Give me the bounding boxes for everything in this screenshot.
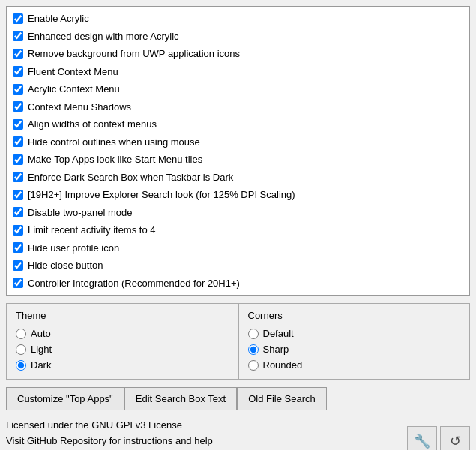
radio-corners-rounded[interactable] bbox=[248, 360, 259, 370]
checkbox-item-enforce-dark[interactable]: Enforce Dark Search Box when Taskbar is … bbox=[13, 169, 463, 187]
wrench-button[interactable]: 🔧 bbox=[407, 426, 437, 450]
checkbox-label-context-shadows: Context Menu Shadows bbox=[28, 100, 131, 115]
options-row: Theme AutoLightDark Corners DefaultSharp… bbox=[6, 303, 470, 380]
radio-label-theme-dark: Dark bbox=[31, 359, 51, 370]
checkbox-label-controller-integration: Controller Integration (Recommended for … bbox=[28, 276, 240, 291]
checkbox-item-hide-close[interactable]: Hide close button bbox=[13, 256, 463, 274]
radio-item-corners-default[interactable]: Default bbox=[248, 326, 461, 341]
checkbox-item-fluent-context[interactable]: Fluent Context Menu bbox=[13, 63, 463, 81]
radio-theme-auto[interactable] bbox=[16, 328, 26, 339]
checkbox-item-hide-outlines[interactable]: Hide control outlines when using mouse bbox=[13, 134, 463, 152]
corners-title: Corners bbox=[248, 310, 461, 321]
checkbox-label-remove-background: Remove background from UWP application i… bbox=[28, 46, 240, 62]
radio-corners-sharp[interactable] bbox=[248, 344, 259, 355]
corners-group: Corners DefaultSharpRounded bbox=[238, 303, 471, 380]
checkbox-align-widths[interactable] bbox=[13, 119, 23, 130]
checkbox-label-align-widths: Align widths of context menus bbox=[28, 117, 157, 132]
checkbox-label-hide-user-profile: Hide user profile icon bbox=[28, 241, 119, 256]
radio-label-corners-rounded: Rounded bbox=[263, 359, 303, 370]
footer-line2: Visit GitHub Repository for instructions… bbox=[6, 435, 213, 446]
checkbox-item-enhanced-design[interactable]: Enhanced design with more Acrylic bbox=[13, 28, 463, 46]
checkbox-enforce-dark[interactable] bbox=[13, 172, 23, 182]
footer-text: Licensed under the GNU GPLv3 License Vis… bbox=[6, 418, 213, 450]
checkbox-limit-recent[interactable] bbox=[13, 225, 23, 236]
checkbox-label-limit-recent: Limit recent activity items to 4 bbox=[28, 223, 156, 238]
checkbox-item-19h2-improve[interactable]: [19H2+] Improve Explorer Search look (fo… bbox=[13, 186, 463, 204]
customize-button[interactable]: Customize "Top Apps" bbox=[6, 387, 124, 410]
checkbox-label-enable-acrylic: Enable Acrylic bbox=[28, 11, 89, 26]
checkbox-item-enable-acrylic[interactable]: Enable Acrylic bbox=[13, 10, 463, 28]
footer-line1: Licensed under the GNU GPLv3 License bbox=[6, 419, 182, 430]
checkbox-label-hide-close: Hide close button bbox=[28, 258, 103, 273]
radio-item-corners-rounded[interactable]: Rounded bbox=[248, 357, 461, 373]
checkbox-label-hide-outlines: Hide control outlines when using mouse bbox=[28, 135, 200, 150]
checkbox-item-top-apps-tiles[interactable]: Make Top Apps look like Start Menu tiles bbox=[13, 151, 463, 169]
checkbox-item-limit-recent[interactable]: Limit recent activity items to 4 bbox=[13, 221, 463, 239]
footer: Licensed under the GNU GPLv3 License Vis… bbox=[6, 418, 470, 450]
radio-corners-default[interactable] bbox=[248, 328, 259, 339]
refresh-button[interactable]: ↺ bbox=[440, 426, 470, 450]
checkbox-19h2-improve[interactable] bbox=[13, 190, 23, 200]
checkbox-acrylic-context[interactable] bbox=[13, 84, 23, 94]
checkbox-item-controller-integration[interactable]: Controller Integration (Recommended for … bbox=[13, 274, 463, 292]
radio-item-corners-sharp[interactable]: Sharp bbox=[248, 341, 461, 357]
checkbox-enhanced-design[interactable] bbox=[13, 31, 23, 41]
checkbox-label-19h2-improve: [19H2+] Improve Explorer Search look (fo… bbox=[28, 188, 295, 202]
checkbox-controller-integration[interactable] bbox=[13, 278, 23, 288]
checkbox-item-disable-two-panel[interactable]: Disable two-panel mode bbox=[13, 204, 463, 222]
radio-item-theme-auto[interactable]: Auto bbox=[16, 326, 229, 341]
radio-item-theme-light[interactable]: Light bbox=[16, 341, 229, 357]
checkbox-item-context-shadows[interactable]: Context Menu Shadows bbox=[13, 98, 463, 116]
checkbox-disable-two-panel[interactable] bbox=[13, 207, 23, 218]
checkbox-fluent-context[interactable] bbox=[13, 66, 23, 76]
footer-icons: 🔧 ↺ bbox=[407, 426, 470, 450]
checkbox-remove-background[interactable] bbox=[13, 49, 23, 59]
radio-label-theme-auto: Auto bbox=[31, 328, 51, 339]
checkbox-hide-user-profile[interactable] bbox=[13, 242, 23, 253]
checkbox-item-acrylic-context[interactable]: Acrylic Context Menu bbox=[13, 80, 463, 98]
radio-theme-dark[interactable] bbox=[16, 360, 26, 370]
radio-label-corners-default: Default bbox=[263, 328, 294, 339]
checkbox-context-shadows[interactable] bbox=[13, 101, 23, 112]
checkbox-item-hide-user-profile[interactable]: Hide user profile icon bbox=[13, 239, 463, 257]
checkbox-hide-close[interactable] bbox=[13, 260, 23, 271]
checkbox-list: Enable AcrylicEnhanced design with more … bbox=[6, 6, 470, 296]
checkbox-hide-outlines[interactable] bbox=[13, 136, 23, 147]
radio-label-theme-light: Light bbox=[31, 344, 52, 355]
checkbox-label-enhanced-design: Enhanced design with more Acrylic bbox=[28, 29, 179, 44]
checkbox-top-apps-tiles[interactable] bbox=[13, 154, 23, 165]
checkbox-enable-acrylic[interactable] bbox=[13, 14, 23, 24]
checkbox-label-disable-two-panel: Disable two-panel mode bbox=[28, 206, 132, 220]
radio-item-theme-dark[interactable]: Dark bbox=[16, 357, 229, 373]
old-file-button[interactable]: Old File Search bbox=[237, 387, 327, 410]
radio-label-corners-sharp: Sharp bbox=[263, 344, 289, 355]
checkbox-label-fluent-context: Fluent Context Menu bbox=[28, 64, 118, 80]
checkbox-item-remove-background[interactable]: Remove background from UWP application i… bbox=[13, 45, 463, 63]
theme-group: Theme AutoLightDark bbox=[6, 303, 238, 380]
button-row: Customize "Top Apps" Edit Search Box Tex… bbox=[6, 387, 470, 410]
radio-theme-light[interactable] bbox=[16, 344, 26, 355]
theme-title: Theme bbox=[16, 310, 229, 321]
checkbox-item-align-widths[interactable]: Align widths of context menus bbox=[13, 116, 463, 134]
checkbox-label-acrylic-context: Acrylic Context Menu bbox=[28, 82, 120, 97]
checkbox-label-top-apps-tiles: Make Top Apps look like Start Menu tiles bbox=[28, 152, 202, 167]
edit-search-button[interactable]: Edit Search Box Text bbox=[124, 387, 237, 410]
checkbox-label-enforce-dark: Enforce Dark Search Box when Taskbar is … bbox=[28, 170, 233, 185]
